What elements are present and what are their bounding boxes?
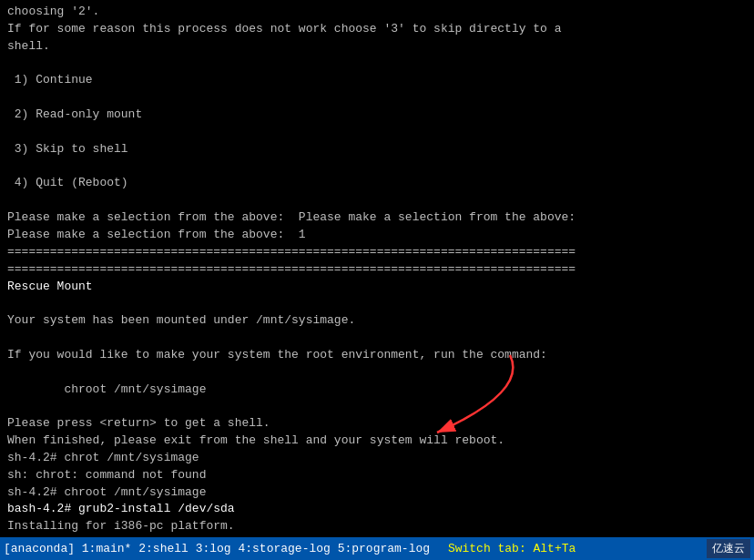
terminal-line: Please make a selection from the above: … xyxy=(7,209,747,227)
switch-tab-text: Switch tab: Alt+Ta xyxy=(448,542,576,555)
terminal-line: sh-4.2# chroot /mnt/sysimage xyxy=(7,484,747,502)
terminal-line: 2) Read-only mount xyxy=(7,107,747,124)
terminal-line: Your system has been mounted under /mnt/… xyxy=(7,312,747,330)
terminal-line: choosing '2'. xyxy=(7,4,747,21)
terminal-line: Please make a selection from the above: … xyxy=(7,227,747,244)
terminal-line: bash-4.2# grub2-install /dev/sda xyxy=(7,501,747,518)
terminal-line: shell. xyxy=(7,38,747,56)
statusbar: [anaconda] 1:main* 2:shell 3:log 4:stora… xyxy=(0,537,754,560)
terminal-line: 4) Quit (Reboot) xyxy=(7,175,747,192)
terminal-output: choosing '2'.If for some reason this pro… xyxy=(0,0,754,537)
terminal-line xyxy=(7,330,747,347)
terminal-line: When finished, please exit from the shel… xyxy=(7,433,747,450)
statusbar-right: 亿速云 xyxy=(707,539,750,558)
terminal-line: sh-4.2# chrot /mnt/sysimage xyxy=(7,450,747,467)
terminal-line: chroot /mnt/sysimage xyxy=(7,382,747,399)
statusbar-tabs-text: [anaconda] 1:main* 2:shell 3:log 4:stora… xyxy=(4,542,430,555)
terminal-line xyxy=(7,364,747,382)
terminal-line: If you would like to make your system th… xyxy=(7,347,747,364)
terminal-line xyxy=(7,192,747,209)
terminal-line xyxy=(7,124,747,141)
watermark: 亿速云 xyxy=(707,539,750,558)
terminal-line xyxy=(7,56,747,73)
terminal-line: Installing for i386-pc platform. xyxy=(7,518,747,535)
terminal-line xyxy=(7,398,747,415)
statusbar-tabs[interactable]: [anaconda] 1:main* 2:shell 3:log 4:stora… xyxy=(4,542,699,555)
terminal-line: Please press <return> to get a shell. xyxy=(7,415,747,433)
terminal-line xyxy=(7,89,747,107)
terminal-line: ========================================… xyxy=(7,261,747,279)
terminal-line: 3) Skip to shell xyxy=(7,141,747,158)
terminal-line xyxy=(7,295,747,312)
terminal-line: If for some reason this process does not… xyxy=(7,21,747,38)
terminal-line: ========================================… xyxy=(7,244,747,261)
terminal-line: sh: chrot: command not found xyxy=(7,467,747,484)
terminal-line: 1) Continue xyxy=(7,72,747,89)
terminal-line xyxy=(7,158,747,176)
terminal-line: Rescue Mount xyxy=(7,279,747,296)
